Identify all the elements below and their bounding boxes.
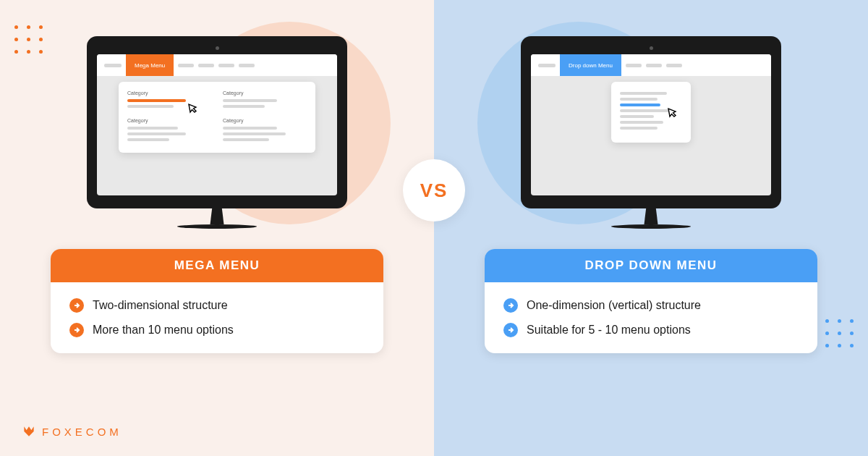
feature-bullet: More than 10 menu options: [69, 323, 365, 337]
monitor-illustration: Drop down Menu: [521, 36, 781, 229]
arrow-right-icon: [69, 323, 84, 337]
card-title: DROP DOWN MENU: [485, 249, 817, 282]
mock-navbar: Mega Menu: [97, 54, 337, 76]
brand-text: FOXECOM: [42, 426, 122, 438]
decorative-dots-icon: [825, 319, 854, 347]
monitor-illustration: Mega Menu Category Category: [87, 36, 347, 229]
arrow-right-icon: [503, 323, 518, 337]
comparison-container: Mega Menu Category Category: [0, 0, 868, 456]
bullet-text: More than 10 menu options: [93, 324, 234, 337]
dropdown-menu-card: DROP DOWN MENU One-dimension (vertical) …: [485, 249, 817, 353]
feature-bullet: One-dimension (vertical) structure: [503, 298, 799, 313]
mega-menu-tab: Mega Menu: [126, 54, 174, 76]
feature-bullet: Two-dimensional structure: [69, 298, 365, 313]
card-title: MEGA MENU: [51, 249, 383, 282]
brand-logo: FOXECOM: [22, 424, 122, 439]
camera-icon: [216, 46, 219, 50]
category-label: Category: [223, 90, 307, 96]
bullet-text: Two-dimensional structure: [93, 299, 228, 312]
dropdown-menu-tab: Drop down Menu: [560, 54, 621, 76]
feature-bullet: Suitable for 5 - 10 menu options: [503, 323, 799, 337]
dropdown-menu-panel: Drop down Menu: [434, 0, 868, 456]
dropdown-menu-list: [611, 82, 691, 143]
decorative-dots-icon: [14, 25, 43, 54]
mega-menu-card: MEGA MENU Two-dimensional structure More…: [51, 249, 383, 353]
mega-menu-dropdown: Category Category Category: [119, 82, 315, 153]
foxecom-icon: [22, 424, 36, 439]
camera-icon: [650, 46, 653, 50]
vs-badge: VS: [403, 159, 465, 221]
category-label: Category: [223, 118, 307, 123]
arrow-right-icon: [503, 298, 518, 313]
arrow-right-icon: [69, 298, 84, 313]
mega-menu-panel: Mega Menu Category Category: [0, 0, 434, 456]
bullet-text: One-dimension (vertical) structure: [527, 299, 701, 312]
category-label: Category: [127, 90, 211, 96]
mock-navbar: Drop down Menu: [531, 54, 771, 76]
cursor-icon: [663, 106, 681, 124]
bullet-text: Suitable for 5 - 10 menu options: [527, 324, 691, 337]
cursor-icon: [184, 102, 201, 119]
